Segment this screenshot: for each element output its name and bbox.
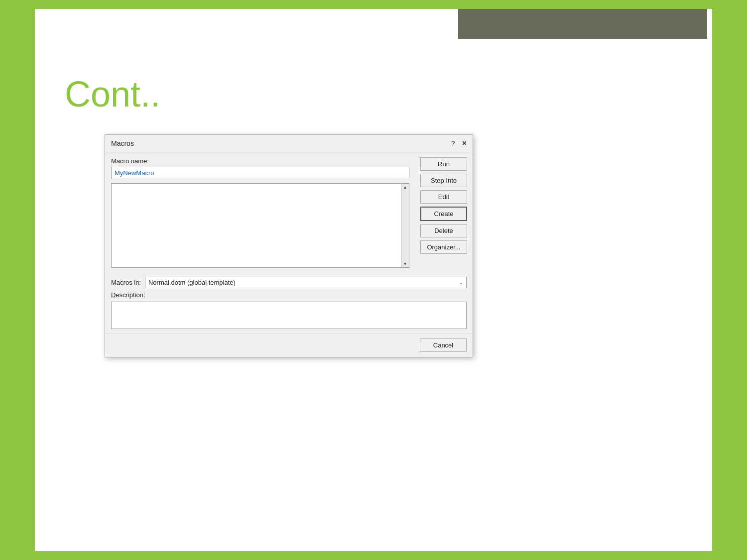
macros-dialog: Macros ? × Macro name: xyxy=(105,134,473,357)
dialog-titlebar: Macros ? × xyxy=(105,135,473,152)
dialog-title: Macros xyxy=(111,139,134,147)
delete-button[interactable]: Delete xyxy=(420,224,467,237)
description-box[interactable] xyxy=(111,302,467,329)
cancel-button[interactable]: Cancel xyxy=(420,338,467,352)
organizer-button[interactable]: Organizer... xyxy=(420,240,467,254)
page-title: Cont.. xyxy=(65,74,682,114)
macro-list: ▲ ▼ xyxy=(111,183,409,268)
create-button[interactable]: Create xyxy=(420,207,467,221)
dialog-controls: ? × xyxy=(451,139,467,148)
dialog-bottom: Macros in: Normal.dotm (global template)… xyxy=(105,273,473,333)
slide-content: Cont.. Macros ? × Macro name: xyxy=(35,59,712,551)
close-button[interactable]: × xyxy=(462,139,467,148)
macro-list-scrollbar: ▲ ▼ xyxy=(401,184,409,267)
macros-in-label: Macros in: xyxy=(111,279,141,286)
top-bar-box xyxy=(458,9,707,39)
scroll-up-arrow[interactable]: ▲ xyxy=(403,185,407,190)
scroll-down-arrow[interactable]: ▼ xyxy=(403,261,407,266)
dialog-body: Macro name: ▲ ▼ Run Step Into xyxy=(105,152,473,273)
macro-name-input[interactable] xyxy=(111,167,409,179)
step-into-button[interactable]: Step Into xyxy=(420,174,467,187)
top-bar xyxy=(35,9,712,59)
macros-in-value: Normal.dotm (global template) xyxy=(148,279,236,286)
macro-name-label: Macro name: xyxy=(111,157,409,165)
dialog-right-panel: Run Step Into Edit Create Delete Organiz… xyxy=(415,152,473,273)
macro-label-m: Macro name: xyxy=(111,157,149,165)
dropdown-arrow-icon: ⌄ xyxy=(459,280,463,285)
macros-in-row: Macros in: Normal.dotm (global template)… xyxy=(111,277,467,288)
description-label: Description: xyxy=(111,291,467,299)
dialog-wrapper: Macros ? × Macro name: xyxy=(65,134,682,357)
edit-button[interactable]: Edit xyxy=(420,190,467,204)
help-button[interactable]: ? xyxy=(451,139,455,147)
dialog-footer: Cancel xyxy=(105,333,473,357)
main-slide: Cont.. Macros ? × Macro name: xyxy=(35,9,712,551)
run-button[interactable]: Run xyxy=(420,157,467,171)
dialog-left-panel: Macro name: ▲ ▼ xyxy=(105,152,415,273)
macros-in-select[interactable]: Normal.dotm (global template) ⌄ xyxy=(145,277,467,288)
